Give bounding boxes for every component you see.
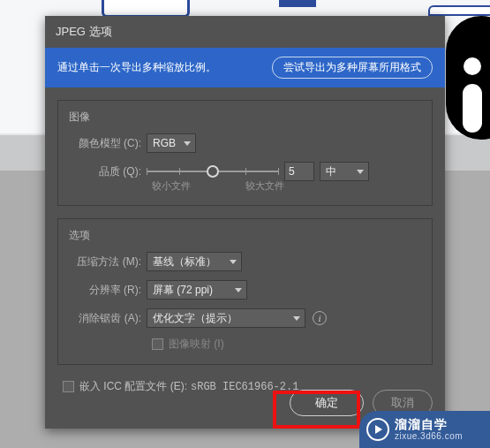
watermark-url: zixue.3d66.com	[395, 431, 463, 441]
bg-decor	[428, 5, 490, 16]
banner-text: 通过单击一次导出多种缩放比例。	[57, 60, 216, 75]
quality-label: 品质 (Q):	[69, 164, 147, 179]
watermark-cn: 溜溜自学	[395, 418, 463, 431]
export-banner: 通过单击一次导出多种缩放比例。 尝试导出为多种屏幕所用格式	[45, 48, 445, 87]
embed-icc-value: sRGB IEC61966-2.1	[191, 381, 298, 393]
antialias-label: 消除锯齿 (A):	[69, 311, 147, 326]
bg-decor	[102, 0, 190, 18]
embed-icc-checkbox[interactable]	[63, 381, 74, 392]
slider-max-caption: 较大文件	[245, 179, 284, 193]
imagemap-label: 图像映射 (I)	[169, 337, 224, 352]
svg-marker-1	[375, 425, 382, 434]
play-logo-icon	[366, 418, 389, 441]
quality-input[interactable]	[284, 162, 314, 181]
bg-exclaim-dot	[464, 57, 481, 75]
image-panel-heading: 图像	[69, 110, 421, 125]
resolution-label: 分辨率 (R):	[69, 283, 147, 298]
quality-slider[interactable]	[147, 162, 279, 181]
options-panel-heading: 选项	[69, 228, 421, 243]
compression-select[interactable]: 基线（标准）	[147, 252, 242, 271]
compression-label: 压缩方法 (M):	[69, 254, 147, 270]
slider-min-caption: 较小文件	[152, 179, 191, 193]
bg-exclaim-bar	[463, 84, 482, 133]
color-model-select[interactable]: RGB	[147, 133, 196, 153]
dialog-title: JPEG 选项	[45, 16, 445, 48]
options-panel: 选项 压缩方法 (M): 基线（标准） 分辨率 (R): 屏幕 (72 ppi)…	[57, 218, 433, 365]
color-model-label: 颜色模型 (C):	[69, 136, 147, 151]
try-export-button[interactable]: 尝试导出为多种屏幕所用格式	[272, 57, 433, 79]
antialias-select[interactable]: 优化文字（提示）	[147, 308, 305, 328]
embed-icc-label: 嵌入 ICC 配置文件 (E):	[79, 379, 187, 394]
bg-decor	[279, 0, 316, 7]
slider-thumb[interactable]	[207, 165, 219, 178]
ok-button[interactable]: 确定	[290, 390, 364, 416]
quality-preset-select[interactable]: 中	[320, 162, 369, 181]
image-panel: 图像 颜色模型 (C): RGB 品质 (Q):	[57, 100, 433, 206]
watermark: 溜溜自学 zixue.3d66.com	[359, 411, 490, 448]
imagemap-checkbox[interactable]	[152, 338, 163, 350]
slider-captions: 较小文件 较大文件	[152, 179, 284, 193]
jpeg-options-dialog: JPEG 选项 通过单击一次导出多种缩放比例。 尝试导出为多种屏幕所用格式 图像…	[45, 16, 445, 429]
info-icon[interactable]: i	[313, 311, 327, 325]
resolution-select[interactable]: 屏幕 (72 ppi)	[147, 280, 247, 300]
